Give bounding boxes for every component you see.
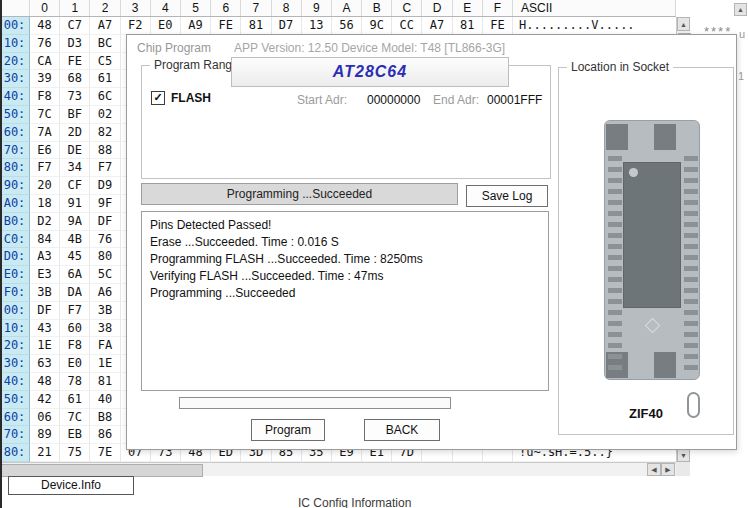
hex-byte-cell[interactable]: DF: [90, 213, 120, 231]
hex-byte-cell[interactable]: D2: [30, 213, 60, 231]
hex-byte-cell[interactable]: 1E: [90, 355, 120, 373]
tab-device-info[interactable]: Device.Info: [8, 476, 134, 495]
hex-byte-cell[interactable]: 5C: [90, 266, 120, 284]
hex-byte-cell[interactable]: C7: [60, 17, 90, 35]
hex-byte-cell[interactable]: 7E: [90, 444, 120, 462]
hex-byte-cell[interactable]: D7: [272, 17, 302, 35]
program-button[interactable]: Program: [251, 419, 325, 441]
hex-byte-cell[interactable]: 82: [90, 124, 120, 142]
hex-byte-cell[interactable]: E6: [30, 142, 60, 160]
hex-byte-cell[interactable]: F7: [90, 159, 120, 177]
scroll-up-icon[interactable]: ▲: [677, 17, 690, 31]
hex-byte-cell[interactable]: 81: [90, 373, 120, 391]
hex-byte-cell[interactable]: F8: [60, 337, 90, 355]
hex-byte-cell[interactable]: 61: [90, 70, 120, 88]
hex-byte-cell[interactable]: A9: [181, 17, 211, 35]
hex-byte-cell[interactable]: 21: [30, 444, 60, 462]
hex-byte-cell[interactable]: D3: [60, 35, 90, 53]
hex-byte-cell[interactable]: 43: [30, 320, 60, 338]
hex-byte-cell[interactable]: CF: [60, 177, 90, 195]
hex-byte-cell[interactable]: CC: [392, 17, 422, 35]
hex-byte-cell[interactable]: FE: [211, 17, 241, 35]
hex-byte-cell[interactable]: 76: [90, 231, 120, 249]
hex-byte-cell[interactable]: E0: [151, 17, 181, 35]
hex-byte-cell[interactable]: 13: [302, 17, 332, 35]
hex-byte-cell[interactable]: D9: [90, 177, 120, 195]
hex-byte-cell[interactable]: A3: [30, 248, 60, 266]
hex-byte-cell[interactable]: FE: [60, 53, 90, 71]
hex-byte-cell[interactable]: 3B: [90, 302, 120, 320]
hex-byte-cell[interactable]: 9A: [60, 213, 90, 231]
hex-byte-cell[interactable]: 9F: [90, 195, 120, 213]
checkbox-checked-icon[interactable]: ✓: [151, 91, 165, 105]
hex-byte-cell[interactable]: 34: [60, 159, 90, 177]
hex-byte-cell[interactable]: EB: [60, 426, 90, 444]
hex-byte-cell[interactable]: FA: [90, 337, 120, 355]
hex-byte-cell[interactable]: 06: [30, 409, 60, 427]
right-panel-scroll-up-icon[interactable]: ▲: [734, 3, 747, 16]
hex-byte-cell[interactable]: 78: [60, 373, 90, 391]
save-log-button[interactable]: Save Log: [466, 185, 548, 207]
hex-byte-cell[interactable]: 89: [30, 426, 60, 444]
hex-byte-cell[interactable]: A7: [90, 17, 120, 35]
log-output[interactable]: Pins Detected Passed!Erase ...Succeeded.…: [141, 211, 549, 391]
hex-byte-cell[interactable]: 38: [90, 320, 120, 338]
hex-byte-cell[interactable]: 88: [90, 142, 120, 160]
hex-byte-cell[interactable]: 4B: [60, 231, 90, 249]
back-button[interactable]: BACK: [364, 419, 440, 441]
hex-byte-cell[interactable]: F8: [30, 88, 60, 106]
hex-byte-cell[interactable]: 02: [90, 106, 120, 124]
hex-byte-cell[interactable]: 48: [30, 17, 60, 35]
hex-byte-cell[interactable]: 7A: [30, 124, 60, 142]
hex-byte-cell[interactable]: 86: [90, 426, 120, 444]
hex-byte-cell[interactable]: 68: [60, 70, 90, 88]
hex-byte-cell[interactable]: 7C: [60, 409, 90, 427]
hex-byte-cell[interactable]: 2D: [60, 124, 90, 142]
hex-byte-cell[interactable]: A6: [90, 284, 120, 302]
hex-byte-cell[interactable]: DE: [60, 142, 90, 160]
hex-byte-cell[interactable]: 39: [30, 70, 60, 88]
hex-byte-cell[interactable]: CA: [30, 53, 60, 71]
hex-byte-cell[interactable]: 80: [90, 248, 120, 266]
scroll-down-icon[interactable]: ▼: [677, 448, 690, 462]
hex-byte-cell[interactable]: 9C: [362, 17, 392, 35]
hex-byte-cell[interactable]: 73: [60, 88, 90, 106]
hex-byte-cell[interactable]: 81: [241, 17, 271, 35]
hex-byte-cell[interactable]: 3B: [30, 284, 60, 302]
horizontal-scrollbar[interactable]: ◀ ▶: [0, 462, 676, 476]
hex-byte-cell[interactable]: C5: [90, 53, 120, 71]
hex-byte-cell[interactable]: 60: [60, 320, 90, 338]
scroll-right-icon[interactable]: ▶: [661, 463, 675, 476]
hex-byte-cell[interactable]: 91: [60, 195, 90, 213]
hex-byte-cell[interactable]: BC: [90, 35, 120, 53]
hex-byte-cell[interactable]: 20: [30, 177, 60, 195]
hex-byte-cell[interactable]: DA: [60, 284, 90, 302]
hex-byte-cell[interactable]: A7: [422, 17, 452, 35]
hex-byte-cell[interactable]: E3: [30, 266, 60, 284]
hex-byte-cell[interactable]: 7C: [30, 106, 60, 124]
hex-byte-cell[interactable]: F7: [60, 302, 90, 320]
hex-ascii-cell[interactable]: H.........V.....: [513, 17, 676, 35]
hex-byte-cell[interactable]: 48: [30, 373, 60, 391]
hex-byte-cell[interactable]: 61: [60, 391, 90, 409]
hex-byte-cell[interactable]: 18: [30, 195, 60, 213]
scroll-left-icon[interactable]: ◀: [647, 463, 661, 476]
hex-byte-cell[interactable]: BF: [60, 106, 90, 124]
hex-byte-cell[interactable]: 63: [30, 355, 60, 373]
hex-byte-cell[interactable]: FE: [483, 17, 513, 35]
hex-byte-cell[interactable]: F7: [30, 159, 60, 177]
hex-byte-cell[interactable]: DF: [30, 302, 60, 320]
hex-byte-cell[interactable]: 75: [60, 444, 90, 462]
hex-byte-cell[interactable]: 40: [90, 391, 120, 409]
hex-byte-cell[interactable]: 76: [30, 35, 60, 53]
hex-byte-cell[interactable]: 45: [60, 248, 90, 266]
hex-byte-cell[interactable]: 56: [332, 17, 362, 35]
hex-byte-cell[interactable]: 6A: [60, 266, 90, 284]
hex-byte-cell[interactable]: B8: [90, 409, 120, 427]
hex-byte-cell[interactable]: F2: [121, 17, 151, 35]
hex-byte-cell[interactable]: 6C: [90, 88, 120, 106]
hex-byte-cell[interactable]: E0: [60, 355, 90, 373]
hex-byte-cell[interactable]: 84: [30, 231, 60, 249]
flash-checkbox-row[interactable]: ✓ FLASH: [151, 91, 211, 105]
hex-byte-cell[interactable]: 1E: [30, 337, 60, 355]
